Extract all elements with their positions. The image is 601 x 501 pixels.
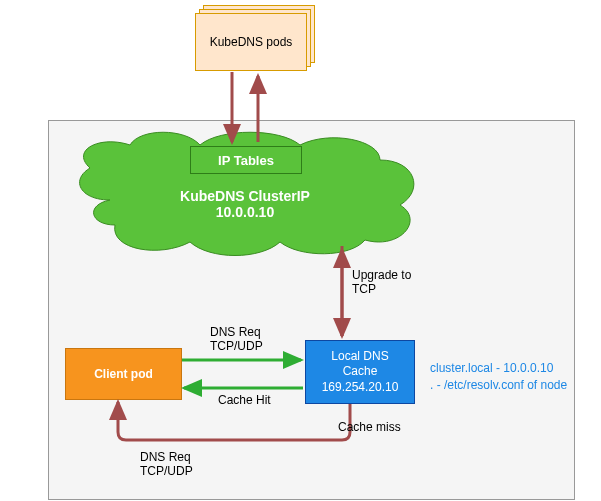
label-cachehit: Cache Hit <box>218 393 271 407</box>
iptables-box: IP Tables <box>190 146 302 174</box>
node-container <box>48 120 575 500</box>
cache-title: Local DNS <box>331 349 388 365</box>
iptables-label: IP Tables <box>218 153 274 168</box>
local-dns-cache: Local DNS Cache 169.254.20.10 <box>305 340 415 404</box>
pod-card-front: KubeDNS pods <box>195 13 307 71</box>
label-dnsreq1: DNS Req TCP/UDP <box>210 325 263 354</box>
cluster-ip-text: KubeDNS ClusterIP 10.0.0.10 <box>145 188 345 220</box>
cache-subtitle: Cache <box>343 364 378 380</box>
label-cachemiss: Cache miss <box>338 420 401 434</box>
annotation: cluster.local - 10.0.0.10 . - /etc/resol… <box>430 360 567 394</box>
annotation-line2: . - /etc/resolv.conf of node <box>430 377 567 394</box>
client-pod: Client pod <box>65 348 182 400</box>
kubedns-pods: KubeDNS pods <box>195 5 315 75</box>
label-upgrade: Upgrade to TCP <box>352 268 411 297</box>
annotation-line1: cluster.local - 10.0.0.10 <box>430 360 567 377</box>
cluster-ip: 10.0.0.10 <box>145 204 345 220</box>
cluster-name: KubeDNS ClusterIP <box>145 188 345 204</box>
client-label: Client pod <box>94 367 153 381</box>
cache-ip: 169.254.20.10 <box>322 380 399 396</box>
label-dnsreq2: DNS Req TCP/UDP <box>140 450 193 479</box>
pods-label: KubeDNS pods <box>210 35 293 49</box>
